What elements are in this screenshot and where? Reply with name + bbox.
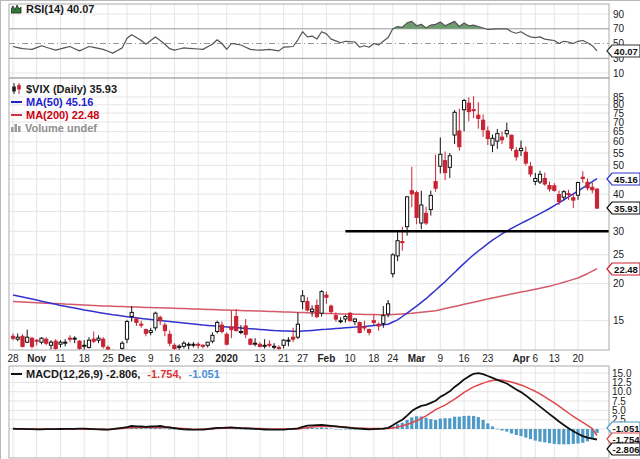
symbol-label: $VIX (Daily) 35.93: [26, 83, 117, 95]
rsi-legend: RSI(14) 40.07: [11, 3, 94, 15]
date-axis-label: 18: [368, 353, 380, 364]
volume-bars-icon: [11, 123, 21, 132]
value-box-label: -2.806: [613, 444, 640, 455]
date-axis-label: Mar: [408, 353, 426, 364]
date-axis-label: 2020: [216, 353, 239, 364]
ma200-swatch: [11, 114, 22, 116]
ma200-label: MA(200) 22.48: [26, 109, 99, 121]
date-axis-label: 9: [438, 353, 444, 364]
axis-tick-label: 30: [613, 226, 625, 237]
axis-tick-label: 50: [613, 160, 625, 171]
axis-tick-label: 90: [613, 9, 625, 20]
date-axis-label: Dec: [118, 353, 137, 364]
date-axis-label: 11: [55, 353, 66, 364]
date-axis-label: 9: [148, 353, 154, 364]
axis-tick-label: 20: [613, 278, 625, 289]
date-axis-label: 21: [278, 353, 290, 364]
macd-value-signal: -1.754,: [147, 368, 181, 380]
main-legend: $VIX (Daily) 35.93 MA(50) 45.16 MA(200) …: [11, 82, 117, 134]
date-axis-label: Feb: [318, 353, 336, 364]
area-chart-icon: [11, 4, 22, 14]
ma50-swatch: [11, 101, 22, 103]
ma50-legend-row: MA(50) 45.16: [11, 95, 117, 108]
ma200-legend-row: MA(200) 22.48: [11, 108, 117, 121]
date-axis-label: 23: [193, 353, 205, 364]
date-axis-label: 18: [79, 353, 91, 364]
date-axis-label: Nov: [27, 353, 46, 364]
chart-svg: 85807570656055504030252015907050301015.0…: [1, 1, 640, 459]
axis-tick-label: 10: [613, 68, 625, 79]
axis-tick-label: 25: [613, 249, 625, 260]
date-axis-label: 16: [459, 353, 471, 364]
date-axis-label: 24: [387, 353, 399, 364]
volume-legend-row: Volume undef: [11, 121, 117, 134]
axis-tick-label: 55: [613, 148, 625, 159]
date-axis-label: 16: [169, 353, 181, 364]
date-axis-label: 27: [297, 353, 309, 364]
value-box-label: 22.48: [614, 264, 638, 275]
macd-value-main: MACD(12,26,9) -2.806,: [26, 368, 140, 380]
vix-stockchart: 85807570656055504030252015907050301015.0…: [0, 0, 640, 459]
macd-line: [13, 373, 597, 439]
ma200-line: [13, 269, 597, 315]
date-axis-label: 6: [533, 353, 539, 364]
rsi-legend-label: RSI(14) 40.07: [26, 3, 94, 15]
date-axis-label: 23: [482, 353, 494, 364]
date-axis-label: 28: [7, 353, 19, 364]
value-box-label: 45.16: [614, 174, 638, 185]
axis-tick-label: 60: [613, 136, 625, 147]
ma50-label: MA(50) 45.16: [26, 96, 93, 108]
volume-label: Volume undef: [25, 122, 97, 134]
candlestick-icon: [11, 83, 22, 94]
date-axis-label: 10: [345, 353, 357, 364]
axis-tick-label: 40: [613, 189, 625, 200]
date-axis-label: 13: [254, 353, 266, 364]
macd-legend: MACD(12,26,9) -2.806, -1.754, -1.051: [11, 368, 220, 380]
macd-value-hist: -1.051: [189, 368, 220, 380]
date-axis-label: 25: [102, 353, 114, 364]
date-axis-label: Apr: [512, 353, 529, 364]
date-axis-label: 13: [549, 353, 561, 364]
value-box-label: -1.051: [613, 423, 640, 434]
rsi-line: [13, 21, 597, 53]
date-axis-label: 20: [572, 353, 584, 364]
macd-swatch: [11, 373, 22, 375]
symbol-legend-row: $VIX (Daily) 35.93: [11, 82, 117, 95]
candles: [11, 96, 598, 357]
value-box-label: 35.93: [614, 203, 638, 214]
axis-tick-label: 15: [613, 315, 625, 326]
value-box-label: 40.07: [614, 46, 638, 57]
axis-tick-label: 70: [613, 23, 625, 34]
